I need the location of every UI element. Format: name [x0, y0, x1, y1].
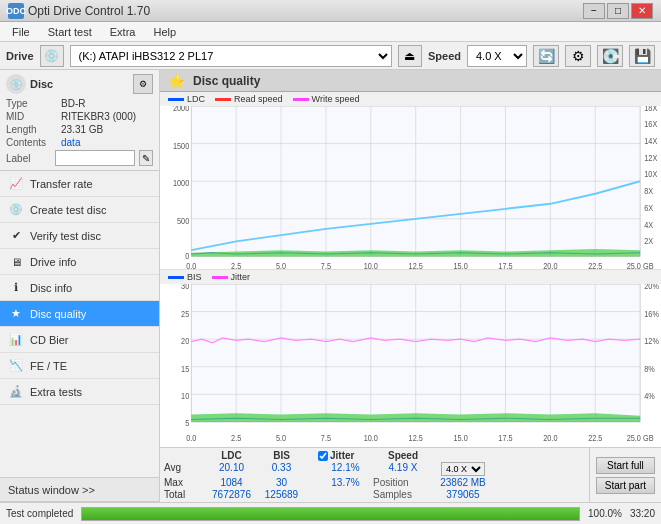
label-label: Label: [6, 153, 51, 164]
progress-bar-area: Test completed 100.0% 33:20: [0, 502, 661, 524]
close-button[interactable]: ✕: [631, 3, 653, 19]
svg-text:12.5: 12.5: [409, 433, 424, 443]
menu-file[interactable]: File: [4, 24, 38, 40]
transfer-rate-label: Transfer rate: [30, 178, 93, 190]
speed-dropdown[interactable]: 4.0 X: [441, 462, 485, 476]
svg-text:8%: 8%: [644, 364, 655, 374]
disc-quality-label: Disc quality: [30, 308, 86, 320]
window-controls: − □ ✕: [583, 3, 653, 19]
minimize-button[interactable]: −: [583, 3, 605, 19]
svg-text:1500: 1500: [173, 141, 190, 151]
label-input[interactable]: [55, 150, 135, 166]
drive-select[interactable]: (K:) ATAPI iHBS312 2 PL17: [70, 45, 392, 67]
svg-text:22.5: 22.5: [588, 433, 603, 443]
svg-text:18X: 18X: [644, 106, 658, 113]
progress-bar-fill: [82, 508, 579, 520]
svg-text:17.5: 17.5: [498, 433, 513, 443]
label-btn[interactable]: ✎: [139, 150, 153, 166]
total-bis: 125689: [259, 489, 304, 500]
stats-max-row: Max 1084 30 13.7% Position 23862 MB: [164, 477, 585, 488]
verify-test-disc-label: Verify test disc: [30, 230, 101, 242]
jitter-checkbox[interactable]: [318, 451, 328, 461]
refresh-button[interactable]: 🔄: [533, 45, 559, 67]
sidebar-item-drive-info[interactable]: 🖥 Drive info: [0, 249, 159, 275]
stats-table: LDC BIS Jitter Speed: [160, 448, 589, 502]
stats-avg-row: Avg 20.10 0.33 12.1% 4.19 X 4.0 X: [164, 462, 585, 476]
status-window-button[interactable]: Status window >>: [0, 478, 159, 502]
speed-select[interactable]: 4.0 X: [467, 45, 527, 67]
svg-text:4%: 4%: [644, 392, 655, 402]
svg-text:2000: 2000: [173, 106, 190, 113]
top-chart-legend: LDC Read speed Write speed: [160, 92, 661, 106]
jitter-legend-text: Jitter: [231, 272, 251, 282]
contents-value: data: [61, 137, 80, 148]
sidebar-item-disc-quality[interactable]: ★ Disc quality: [0, 301, 159, 327]
menu-start-test[interactable]: Start test: [40, 24, 100, 40]
disc-button[interactable]: 💽: [597, 45, 623, 67]
top-chart-container: 2000 1500 1000 500 0 18X 16X 14X 12X 10X…: [160, 106, 661, 269]
svg-text:8X: 8X: [644, 186, 653, 196]
sidebar-item-extra-tests[interactable]: 🔬 Extra tests: [0, 379, 159, 405]
settings-button[interactable]: ⚙: [565, 45, 591, 67]
chart-area: ⭐ Disc quality LDC Read speed Write spee…: [160, 70, 661, 502]
drive-info-label: Drive info: [30, 256, 76, 268]
avg-jitter: 12.1%: [318, 462, 373, 476]
speed-val: 4.19 X: [373, 462, 433, 476]
read-speed-legend-text: Read speed: [234, 94, 283, 104]
fe-te-label: FE / TE: [30, 360, 67, 372]
menu-help[interactable]: Help: [145, 24, 184, 40]
write-speed-legend-text: Write speed: [312, 94, 360, 104]
position-label: Position: [373, 477, 433, 488]
start-full-button[interactable]: Start full: [596, 457, 655, 474]
ldc-col-header: LDC: [204, 450, 259, 461]
svg-text:25: 25: [181, 309, 190, 319]
start-part-button[interactable]: Start part: [596, 477, 655, 494]
start-buttons: Start full Start part: [589, 448, 661, 502]
chart-title-icon: ⭐: [168, 73, 185, 89]
bis-legend: BIS: [168, 272, 202, 282]
status-text: Test completed: [6, 508, 73, 519]
app-title: Opti Drive Control 1.70: [28, 4, 583, 18]
svg-text:2X: 2X: [644, 236, 653, 246]
disc-icon: 💿: [6, 74, 26, 94]
read-speed-legend-color: [215, 98, 231, 101]
ldc-legend-text: LDC: [187, 94, 205, 104]
sidebar-nav: 📈 Transfer rate 💿 Create test disc ✔ Ver…: [0, 171, 159, 477]
bis-col-header: BIS: [259, 450, 304, 461]
sidebar-item-verify-test-disc[interactable]: ✔ Verify test disc: [0, 223, 159, 249]
save-button[interactable]: 💾: [629, 45, 655, 67]
extra-tests-label: Extra tests: [30, 386, 82, 398]
jitter-col-header: Jitter: [318, 450, 373, 461]
svg-text:2.5: 2.5: [231, 261, 242, 269]
bottom-chart-container: 30 25 20 15 10 5 20% 16% 12% 8% 4%: [160, 284, 661, 447]
stats-headers: LDC BIS Jitter Speed: [164, 450, 585, 461]
speed-label: Speed: [428, 50, 461, 62]
ldc-legend-color: [168, 98, 184, 101]
disc-settings-icon[interactable]: ⚙: [133, 74, 153, 94]
max-jitter: 13.7%: [318, 477, 373, 488]
sidebar-item-disc-info[interactable]: ℹ Disc info: [0, 275, 159, 301]
sidebar-item-transfer-rate[interactable]: 📈 Transfer rate: [0, 171, 159, 197]
sidebar-bottom: Status window >>: [0, 477, 159, 502]
bis-legend-text: BIS: [187, 272, 202, 282]
type-label: Type: [6, 98, 61, 109]
jitter-legend: Jitter: [212, 272, 251, 282]
drive-icon-btn[interactable]: 💿: [40, 45, 64, 67]
eject-button[interactable]: ⏏: [398, 45, 422, 67]
menubar: File Start test Extra Help: [0, 22, 661, 42]
fe-te-icon: 📉: [8, 358, 24, 374]
sidebar-item-cd-bier[interactable]: 📊 CD Bier: [0, 327, 159, 353]
speed-col-header: Speed: [373, 450, 433, 461]
verify-test-disc-icon: ✔: [8, 228, 24, 244]
svg-text:15.0: 15.0: [453, 261, 468, 269]
maximize-button[interactable]: □: [607, 3, 629, 19]
contents-label: Contents: [6, 137, 61, 148]
sidebar-item-fe-te[interactable]: 📉 FE / TE: [0, 353, 159, 379]
max-label: Max: [164, 477, 204, 488]
sidebar-item-create-test-disc[interactable]: 💿 Create test disc: [0, 197, 159, 223]
jitter-legend-color: [212, 276, 228, 279]
disc-panel-title: Disc: [30, 78, 53, 90]
svg-text:10.0: 10.0: [364, 261, 379, 269]
drive-label: Drive: [6, 50, 34, 62]
menu-extra[interactable]: Extra: [102, 24, 144, 40]
